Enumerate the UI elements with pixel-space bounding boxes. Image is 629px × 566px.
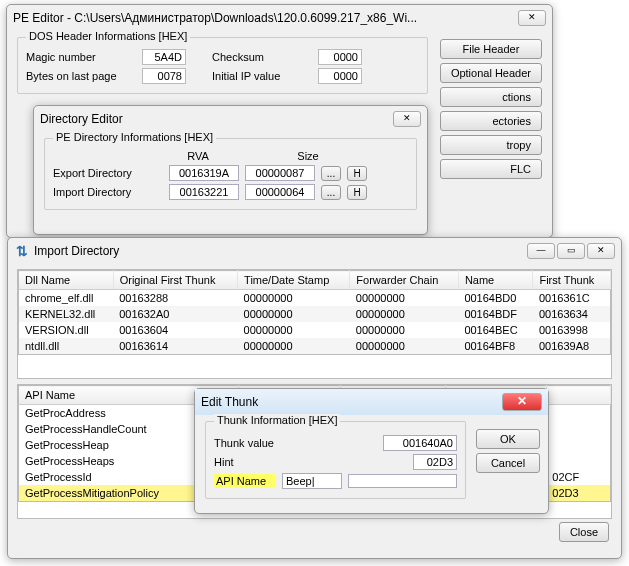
directory-editor-titlebar: Directory Editor ✕ xyxy=(34,106,427,132)
column-header[interactable]: First Thunk xyxy=(533,271,611,290)
window-title: Import Directory xyxy=(34,244,527,258)
cancel-button[interactable]: Cancel xyxy=(476,453,540,473)
edit-thunk-titlebar: Edit Thunk ✕ xyxy=(195,389,548,415)
api-name-input[interactable]: Beep| xyxy=(282,473,342,489)
close-icon[interactable]: ✕ xyxy=(518,10,546,26)
column-header[interactable]: Forwarder Chain xyxy=(350,271,459,290)
pe-editor-titlebar: PE Editor - C:\Users\Администратор\Downl… xyxy=(7,5,552,31)
arrows-icon: ⇅ xyxy=(14,243,30,259)
groupbox-title: PE Directory Informations [HEX] xyxy=(53,131,216,143)
column-header[interactable]: Dll Name xyxy=(19,271,114,290)
close-icon[interactable]: ✕ xyxy=(393,111,421,127)
hex-button[interactable]: H xyxy=(347,185,367,200)
table-row[interactable]: VERSION.dll00163604000000000000000000164… xyxy=(19,322,611,338)
import-directory-titlebar: ⇅ Import Directory — ▭ ✕ xyxy=(8,238,621,264)
dll-table[interactable]: Dll NameOriginal First ThunkTime/Date St… xyxy=(18,270,611,355)
flc-button[interactable]: FLC xyxy=(440,159,542,179)
ip-label: Initial IP value xyxy=(212,70,312,82)
browse-button[interactable]: ... xyxy=(321,166,341,181)
magic-number-value[interactable]: 5A4D xyxy=(142,49,186,65)
table-row[interactable]: ntdll.dll00163614000000000000000000164BF… xyxy=(19,338,611,355)
rva-header: RVA xyxy=(163,150,233,162)
sections-button[interactable]: ctions xyxy=(440,87,542,107)
column-header[interactable]: Original First Thunk xyxy=(113,271,237,290)
bytes-label: Bytes on last page xyxy=(26,70,136,82)
window-title: Directory Editor xyxy=(40,112,393,126)
directories-button[interactable]: ectories xyxy=(440,111,542,131)
size-value[interactable]: 00000064 xyxy=(245,184,315,200)
directory-name: Export Directory xyxy=(53,167,163,179)
close-icon[interactable]: ✕ xyxy=(502,393,542,411)
size-header: Size xyxy=(273,150,343,162)
entropy-button[interactable]: tropy xyxy=(440,135,542,155)
window-title: PE Editor - C:\Users\Администратор\Downl… xyxy=(13,11,518,25)
column-header[interactable]: Name xyxy=(458,271,533,290)
thunk-value-input[interactable]: 001640A0 xyxy=(383,435,457,451)
column-header[interactable]: Time/Date Stamp xyxy=(238,271,350,290)
optional-header-button[interactable]: Optional Header xyxy=(440,63,542,83)
file-header-button[interactable]: File Header xyxy=(440,39,542,59)
groupbox-title: Thunk Information [HEX] xyxy=(214,414,340,426)
groupbox-title: DOS Header Informations [HEX] xyxy=(26,30,190,42)
close-button[interactable]: Close xyxy=(559,522,609,542)
checksum-label: Checksum xyxy=(212,51,312,63)
bytes-value[interactable]: 0078 xyxy=(142,68,186,84)
minimize-icon[interactable]: — xyxy=(527,243,555,259)
hint-label: Hint xyxy=(214,456,294,468)
close-icon[interactable]: ✕ xyxy=(587,243,615,259)
api-name-label: API Name xyxy=(214,474,276,488)
browse-button[interactable]: ... xyxy=(321,185,341,200)
ok-button[interactable]: OK xyxy=(476,429,540,449)
thunk-value-label: Thunk value xyxy=(214,437,294,449)
checksum-value[interactable]: 0000 xyxy=(318,49,362,65)
rva-value[interactable]: 00163221 xyxy=(169,184,239,200)
hint-input[interactable]: 02D3 xyxy=(413,454,457,470)
table-row[interactable]: KERNEL32.dll001632A000000000000000000016… xyxy=(19,306,611,322)
size-value[interactable]: 00000087 xyxy=(245,165,315,181)
directory-name: Import Directory xyxy=(53,186,163,198)
hex-button[interactable]: H xyxy=(347,166,367,181)
api-name-input-ext[interactable] xyxy=(348,474,457,488)
ip-value[interactable]: 0000 xyxy=(318,68,362,84)
table-row[interactable]: chrome_elf.dll00163288000000000000000000… xyxy=(19,290,611,307)
window-title: Edit Thunk xyxy=(201,395,502,409)
magic-number-label: Magic number xyxy=(26,51,136,63)
maximize-icon[interactable]: ▭ xyxy=(557,243,585,259)
rva-value[interactable]: 0016319A xyxy=(169,165,239,181)
